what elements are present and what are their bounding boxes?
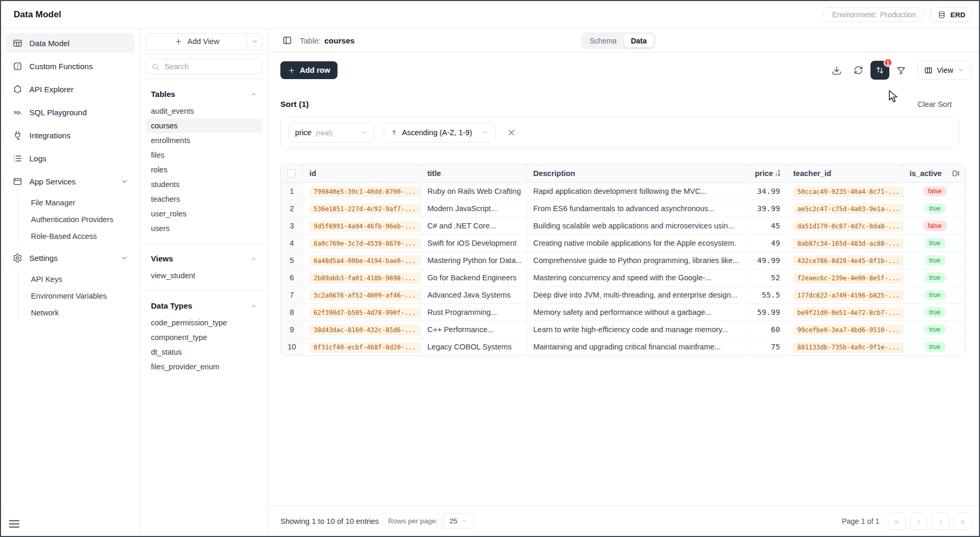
- sidebar-item-sql-playground[interactable]: SQL SQL Playground: [6, 102, 135, 122]
- column-header-price[interactable]: price ↓19: [749, 165, 787, 182]
- cell-id[interactable]: 9d5f6991-4a94-46fb-96eb-...: [303, 217, 421, 234]
- cell-is-active[interactable]: true: [903, 251, 966, 269]
- views-section-header[interactable]: Views: [146, 248, 263, 268]
- cell-teacher-id[interactable]: ae5c2c47-c75d-4a03-9e1a-...: [787, 200, 903, 217]
- row-number[interactable]: 6: [281, 269, 303, 286]
- cell-description[interactable]: Mastering concurrency and speed with the…: [527, 269, 749, 286]
- sidebar-item-integrations[interactable]: Integrations: [6, 125, 135, 145]
- column-header-title[interactable]: title: [421, 165, 527, 182]
- cell-is-active[interactable]: false: [903, 182, 966, 200]
- sidebar-item-api-keys[interactable]: API Keys: [18, 271, 135, 288]
- sidebar-item-authentication-providers[interactable]: Authentication Providers: [18, 211, 135, 228]
- cell-price[interactable]: 59.99: [749, 303, 787, 321]
- cell-is-active[interactable]: true: [903, 338, 966, 355]
- row-number[interactable]: 4: [281, 234, 303, 251]
- tables-section-header[interactable]: Tables: [146, 83, 263, 104]
- tree-item-courses[interactable]: courses: [146, 118, 263, 133]
- tree-item-dt_status[interactable]: dt_status: [146, 345, 263, 359]
- cell-id[interactable]: 3c2a0676-af52-4009-af46-...: [303, 286, 421, 303]
- row-number[interactable]: 1: [281, 182, 303, 200]
- tree-item-students[interactable]: students: [146, 177, 263, 192]
- cell-price[interactable]: 45: [749, 217, 787, 234]
- tree-item-enrollments[interactable]: enrollments: [146, 133, 263, 148]
- sidebar-group-app-services[interactable]: App Services: [6, 171, 135, 191]
- filter-button[interactable]: [892, 61, 911, 80]
- cell-price[interactable]: 52: [749, 269, 787, 286]
- cell-price[interactable]: 75: [749, 338, 787, 355]
- cell-teacher-id[interactable]: f2eaec6c-239e-4e00-8e5f-...: [787, 269, 903, 286]
- row-number[interactable]: 8: [281, 303, 303, 321]
- cell-price[interactable]: 39.99: [749, 200, 787, 217]
- row-number[interactable]: 10: [281, 338, 303, 355]
- tree-item-teachers[interactable]: teachers: [146, 192, 263, 206]
- cell-id[interactable]: 536e1851-227d-4c92-9af7-...: [303, 200, 421, 217]
- sidebar-item-api-explorer[interactable]: API Explorer: [6, 79, 135, 99]
- erd-button[interactable]: ERD: [930, 7, 972, 22]
- cell-title[interactable]: Mastering Python for Data...: [421, 251, 527, 269]
- column-header-teacher-id[interactable]: teacher_id: [787, 165, 903, 182]
- column-header-id[interactable]: id: [303, 165, 421, 182]
- cell-description[interactable]: Rapid application development following …: [527, 182, 749, 200]
- tree-item-user_roles[interactable]: user_roles: [146, 206, 263, 221]
- sort-button[interactable]: 1: [870, 61, 889, 80]
- expand-rows-icon[interactable]: [952, 169, 960, 178]
- cell-is-active[interactable]: true: [903, 234, 966, 251]
- cell-description[interactable]: Comprehensive guide to Python programmin…: [527, 251, 749, 269]
- tree-item-roles[interactable]: roles: [146, 162, 263, 177]
- tab-data[interactable]: Data: [624, 34, 654, 48]
- cell-is-active[interactable]: true: [903, 321, 966, 338]
- cell-id[interactable]: 6a48d5a4-00be-4194-bae0-...: [303, 251, 421, 269]
- cell-id[interactable]: 2b89abb3-fa01-418b-9698-...: [303, 269, 421, 286]
- cell-title[interactable]: Rust Programming...: [421, 303, 527, 321]
- cell-title[interactable]: Legacy COBOL Systems: [421, 338, 527, 355]
- cell-is-active[interactable]: true: [903, 200, 966, 217]
- tree-item-view_student[interactable]: view_student: [146, 268, 263, 283]
- column-header-description[interactable]: Description: [527, 165, 749, 182]
- tab-schema[interactable]: Schema: [583, 34, 623, 48]
- cell-is-active[interactable]: false: [903, 217, 966, 234]
- last-page-button[interactable]: »: [954, 512, 972, 530]
- tree-item-files_provider_enum[interactable]: files_provider_enum: [146, 359, 263, 374]
- cell-price[interactable]: 49: [749, 234, 787, 251]
- remove-sort-button[interactable]: [505, 126, 518, 139]
- cell-id[interactable]: 38d43dac-8160-432c-85d6-...: [303, 321, 421, 338]
- cell-is-active[interactable]: true: [903, 303, 966, 321]
- row-number[interactable]: 3: [281, 217, 303, 234]
- cell-teacher-id[interactable]: 99cefbe0-3ea7-4bd6-9510-...: [787, 321, 903, 338]
- cell-title[interactable]: C# and .NET Core...: [421, 217, 527, 234]
- sidebar-item-environment-variables[interactable]: Environment Variables: [18, 288, 135, 304]
- row-number[interactable]: 2: [281, 200, 303, 217]
- row-number[interactable]: 7: [281, 286, 303, 303]
- tree-item-audit_events[interactable]: audit_events: [146, 104, 263, 118]
- add-view-menu-button[interactable]: [246, 34, 262, 49]
- cell-description[interactable]: Creating native mobile applications for …: [527, 234, 749, 251]
- cell-teacher-id[interactable]: 881133db-735b-4a9c-9f1e-...: [787, 338, 903, 355]
- previous-page-button[interactable]: ‹: [910, 512, 928, 530]
- collapse-panel-icon[interactable]: [282, 35, 292, 46]
- row-number[interactable]: 5: [281, 251, 303, 269]
- sort-field-select[interactable]: price (real): [288, 123, 374, 143]
- select-all-checkbox[interactable]: [287, 169, 296, 178]
- cell-teacher-id[interactable]: 8ab87c34-165d-483d-ac88-...: [787, 234, 903, 251]
- cell-price[interactable]: 60: [749, 321, 787, 338]
- cell-teacher-id[interactable]: 177dc622-a749-4196-b825-...: [787, 286, 903, 303]
- add-row-button[interactable]: Add row: [280, 61, 337, 79]
- cell-title[interactable]: Go for Backend Engineers: [421, 269, 527, 286]
- cell-id[interactable]: 62f390d7-b505-4d78-990f-...: [303, 303, 421, 321]
- cell-description[interactable]: Learn to write high-efficiency code and …: [527, 321, 749, 338]
- next-page-button[interactable]: ›: [932, 512, 950, 530]
- sidebar-item-file-manager[interactable]: File Manager: [18, 194, 135, 211]
- sidebar-item-role-based-access[interactable]: Role-Based Access: [18, 228, 135, 245]
- add-view-button[interactable]: Add View: [146, 34, 246, 49]
- refresh-button[interactable]: [849, 61, 868, 80]
- cell-price[interactable]: 49.99: [749, 251, 787, 269]
- first-page-button[interactable]: «: [888, 512, 906, 530]
- sidebar-item-data-model[interactable]: Data Model: [6, 33, 135, 53]
- sidebar-item-network[interactable]: Network: [18, 304, 135, 321]
- cell-is-active[interactable]: true: [903, 286, 966, 303]
- cell-title[interactable]: Ruby on Rails Web Crafting: [421, 182, 527, 200]
- cell-title[interactable]: Swift for iOS Development: [421, 234, 527, 251]
- tree-item-users[interactable]: users: [146, 221, 263, 236]
- sidebar-item-logs[interactable]: Logs: [6, 148, 135, 168]
- cell-teacher-id[interactable]: be9f21d0-0e51-4e72-8cb7-...: [787, 303, 903, 321]
